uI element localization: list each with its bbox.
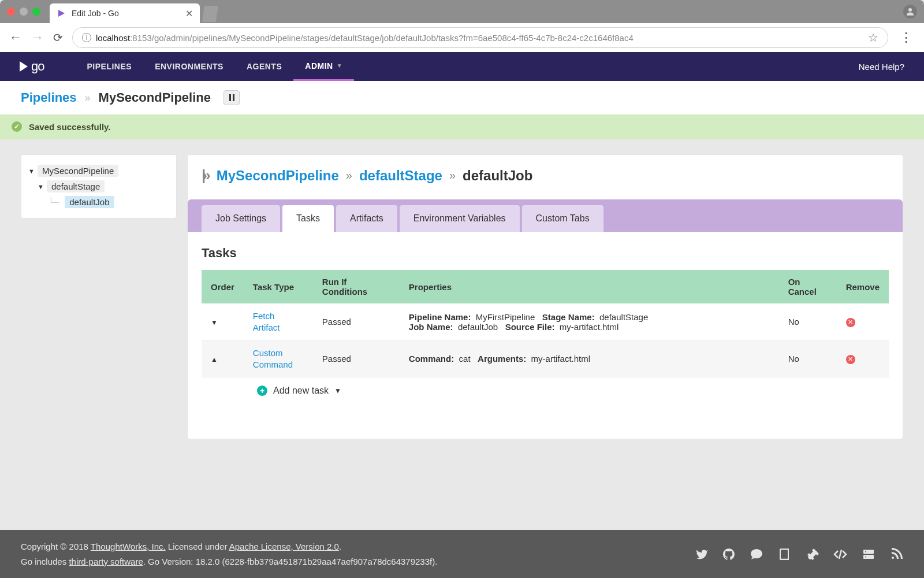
nav-agents[interactable]: AGENTS bbox=[235, 52, 293, 81]
on-cancel-value: No bbox=[779, 340, 837, 377]
tab-env-variables[interactable]: Environment Variables bbox=[400, 205, 520, 232]
favicon-icon bbox=[57, 9, 66, 18]
new-tab-button[interactable] bbox=[202, 6, 218, 22]
browser-tab-title: Edit Job - Go bbox=[72, 9, 180, 18]
rss-icon[interactable] bbox=[889, 547, 903, 561]
twitter-icon[interactable] bbox=[694, 547, 708, 561]
tree-stage[interactable]: ▼ defaultStage bbox=[38, 179, 169, 194]
remove-task-button[interactable]: ✕ bbox=[846, 355, 855, 364]
flash-message: Saved successfully. bbox=[29, 122, 110, 132]
window-close-icon[interactable] bbox=[7, 8, 15, 16]
app-header: go PIPELINES ENVIRONMENTS AGENTS ADMIN ▼… bbox=[0, 52, 924, 81]
pipeline-icon: |» bbox=[202, 166, 207, 184]
on-cancel-value: No bbox=[779, 303, 837, 340]
task-type-link[interactable]: FetchArtifact bbox=[253, 310, 280, 333]
browser-chrome: Edit Job - Go ✕ ← → ⟳ i localhost:8153/g… bbox=[0, 0, 924, 52]
nav-pipelines[interactable]: PIPELINES bbox=[75, 52, 143, 81]
col-runif: Run If Conditions bbox=[313, 270, 400, 303]
plugin-icon[interactable] bbox=[805, 547, 819, 561]
tree-pipeline[interactable]: ▼ MySecondPipeline bbox=[28, 163, 169, 179]
breadcrumb-separator-icon: » bbox=[449, 169, 456, 182]
tab-custom-tabs[interactable]: Custom Tabs bbox=[522, 205, 603, 232]
browser-menu-icon[interactable]: ⋮ bbox=[897, 30, 915, 45]
chat-icon[interactable] bbox=[750, 547, 763, 561]
browser-tab[interactable]: Edit Job - Go ✕ bbox=[50, 3, 200, 23]
tab-artifacts[interactable]: Artifacts bbox=[336, 205, 397, 232]
content-panel: |» MySecondPipeline » defaultStage » def… bbox=[187, 154, 903, 439]
col-remove: Remove bbox=[837, 270, 889, 303]
window-maximize-icon[interactable] bbox=[32, 8, 40, 16]
third-party-link[interactable]: third-party software bbox=[69, 557, 143, 566]
logo-triangle-icon bbox=[20, 61, 28, 72]
help-link[interactable]: Need Help? bbox=[859, 62, 904, 72]
tab-strip: Job Settings Tasks Artifacts Environment… bbox=[188, 199, 903, 232]
flash-success: ✓ Saved successfully. bbox=[0, 114, 924, 139]
primary-nav: PIPELINES ENVIRONMENTS AGENTS ADMIN ▼ bbox=[75, 52, 354, 81]
nav-environments[interactable]: ENVIRONMENTS bbox=[143, 52, 235, 81]
tab-tasks[interactable]: Tasks bbox=[282, 205, 334, 232]
task-type-link[interactable]: CustomCommand bbox=[253, 347, 293, 370]
table-row: ▲ CustomCommand Passed Command: cat Argu… bbox=[202, 340, 889, 377]
url-field[interactable]: i localhost:8153/go/admin/pipelines/MySe… bbox=[72, 27, 888, 48]
job-breadcrumb: |» MySecondPipeline » defaultStage » def… bbox=[202, 166, 889, 184]
breadcrumb-pipelines[interactable]: Pipelines bbox=[21, 90, 77, 105]
svg-rect-2 bbox=[863, 550, 874, 554]
props-cell: Pipeline Name: MyFirstPipeline Stage Nam… bbox=[400, 303, 779, 340]
bookmark-icon[interactable]: ☆ bbox=[868, 31, 878, 45]
add-new-task-button[interactable]: + Add new task ▼ bbox=[257, 386, 341, 396]
move-down-button[interactable]: ▼ bbox=[211, 318, 218, 327]
app-logo[interactable]: go bbox=[20, 59, 44, 74]
col-order: Order bbox=[202, 270, 244, 303]
section-title: Tasks bbox=[202, 246, 889, 261]
remove-task-button[interactable]: ✕ bbox=[846, 318, 855, 327]
browser-address-bar: ← → ⟳ i localhost:8153/go/admin/pipeline… bbox=[0, 23, 924, 52]
crumb-pipeline-link[interactable]: MySecondPipeline bbox=[217, 168, 339, 184]
page-breadcrumb: Pipelines » MySecondPipeline bbox=[0, 81, 924, 114]
pause-pipeline-button[interactable] bbox=[223, 90, 240, 105]
table-row: ▼ FetchArtifact Passed Pipeline Name: My… bbox=[202, 303, 889, 340]
crumb-job: defaultJob bbox=[463, 168, 532, 184]
svg-marker-0 bbox=[58, 10, 65, 17]
svg-point-5 bbox=[865, 556, 866, 557]
back-button[interactable]: ← bbox=[9, 30, 22, 45]
tab-job-settings[interactable]: Job Settings bbox=[202, 205, 280, 232]
col-properties: Properties bbox=[400, 270, 779, 303]
site-info-icon[interactable]: i bbox=[82, 33, 91, 42]
server-icon[interactable] bbox=[862, 547, 875, 561]
caret-down-icon: ▼ bbox=[38, 183, 43, 190]
pipeline-tree: ▼ MySecondPipeline ▼ defaultStage └─ def… bbox=[21, 154, 177, 218]
github-icon[interactable] bbox=[722, 547, 736, 561]
breadcrumb-current: MySecondPipeline bbox=[99, 90, 211, 105]
license-link[interactable]: Apache License, Version 2.0 bbox=[229, 542, 339, 551]
tree-job[interactable]: └─ defaultJob bbox=[48, 194, 169, 210]
svg-point-6 bbox=[892, 557, 894, 559]
book-icon[interactable] bbox=[777, 547, 791, 561]
table-header-row: Order Task Type Run If Conditions Proper… bbox=[202, 270, 889, 303]
api-icon[interactable] bbox=[833, 547, 848, 561]
move-up-button[interactable]: ▲ bbox=[211, 355, 218, 364]
chevron-down-icon: ▼ bbox=[337, 62, 342, 69]
breadcrumb-separator-icon: » bbox=[85, 92, 91, 104]
props-cell: Command: cat Arguments: my-artifact.html bbox=[400, 340, 779, 377]
window-controls bbox=[7, 8, 40, 16]
caret-down-icon: ▼ bbox=[28, 168, 34, 175]
col-task-type: Task Type bbox=[244, 270, 313, 303]
tasks-table: Order Task Type Run If Conditions Proper… bbox=[202, 270, 889, 377]
close-tab-icon[interactable]: ✕ bbox=[185, 8, 193, 19]
profile-icon[interactable] bbox=[903, 5, 917, 18]
url-path: :8153/go/admin/pipelines/MySecondPipelin… bbox=[130, 33, 634, 43]
browser-tab-bar: Edit Job - Go ✕ bbox=[0, 0, 924, 23]
svg-rect-3 bbox=[863, 555, 874, 559]
forward-button: → bbox=[31, 30, 44, 45]
url-host: localhost bbox=[96, 33, 130, 43]
pause-icon bbox=[229, 94, 234, 101]
runif-value: Passed bbox=[313, 340, 400, 377]
runif-value: Passed bbox=[313, 303, 400, 340]
breadcrumb-separator-icon: » bbox=[346, 169, 352, 182]
check-icon: ✓ bbox=[12, 121, 22, 132]
thoughtworks-link[interactable]: ThoughtWorks, Inc. bbox=[91, 542, 166, 551]
reload-button[interactable]: ⟳ bbox=[53, 31, 63, 45]
nav-admin[interactable]: ADMIN ▼ bbox=[293, 52, 354, 81]
window-minimize-icon[interactable] bbox=[20, 8, 28, 16]
crumb-stage-link[interactable]: defaultStage bbox=[359, 168, 442, 184]
